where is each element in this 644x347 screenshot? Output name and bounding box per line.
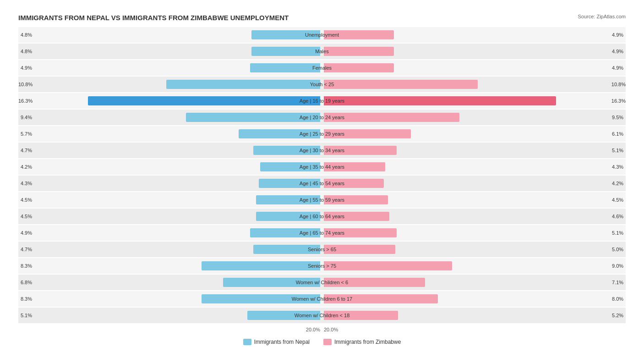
left-value: 8.3% (18, 296, 32, 302)
left-bar-wrapper (35, 244, 320, 254)
left-section: 4.9% (18, 225, 322, 241)
left-bar (253, 146, 320, 155)
left-bar (202, 261, 320, 270)
left-section: 10.8% (18, 77, 322, 92)
left-value: 10.8% (18, 82, 33, 87)
left-bar-wrapper (35, 228, 320, 238)
right-bar (324, 129, 411, 138)
right-value: 8.0% (612, 296, 626, 302)
right-bar-wrapper (324, 310, 609, 320)
right-section: 8.0% (322, 291, 626, 307)
right-section: 4.3% (322, 159, 626, 175)
left-bar-wrapper (35, 178, 320, 188)
left-section: 8.3% (18, 258, 322, 274)
left-section: 4.5% (18, 209, 322, 224)
right-value: 4.6% (612, 214, 626, 219)
chart-row: 4.2%Age | 35 to 44 years4.3% (18, 159, 626, 175)
legend-item-zimbabwe: Immigrants from Zimbabwe (323, 339, 401, 345)
right-bar-wrapper (324, 178, 609, 188)
left-value: 4.8% (18, 49, 32, 54)
chart-row: 10.8%Youth < 2510.8% (18, 77, 626, 92)
legend-label-zimbabwe: Immigrants from Zimbabwe (334, 339, 401, 345)
left-bar-wrapper (35, 30, 320, 40)
chart-row: 6.8%Women w/ Children < 67.1% (18, 275, 626, 290)
axis-left: 20.0% (18, 327, 322, 332)
right-bar (324, 179, 384, 188)
left-bar-wrapper (35, 112, 320, 122)
left-bar-wrapper (35, 145, 320, 155)
left-bar (166, 80, 320, 89)
right-bar-wrapper (324, 211, 609, 221)
left-value: 4.2% (18, 164, 32, 170)
left-value: 5.1% (18, 313, 32, 318)
left-bar-wrapper (35, 96, 320, 106)
left-section: 4.7% (18, 242, 322, 257)
left-section: 5.1% (18, 308, 322, 323)
right-bar (324, 245, 395, 254)
legend-item-nepal: Immigrants from Nepal (243, 339, 310, 345)
left-bar (256, 195, 320, 204)
axis-row: 20.0% 20.0% (18, 325, 626, 334)
right-section: 6.1% (322, 126, 626, 142)
right-section: 16.3% (322, 93, 626, 109)
right-value: 10.8% (611, 82, 626, 87)
right-bar (324, 80, 478, 89)
right-section: 5.1% (322, 143, 626, 158)
left-section: 4.3% (18, 176, 322, 191)
right-bar (324, 47, 394, 56)
chart-row: 4.5%Age | 55 to 59 years4.5% (18, 192, 626, 208)
left-bar (251, 47, 320, 56)
right-bar-wrapper (324, 129, 609, 139)
right-value: 4.2% (612, 181, 626, 186)
left-value: 4.7% (18, 247, 32, 252)
right-bar (324, 195, 388, 204)
left-bar-wrapper (35, 129, 320, 139)
axis-right: 20.0% (322, 327, 626, 332)
left-section: 4.8% (18, 44, 322, 59)
right-bar (324, 212, 389, 221)
right-section: 7.1% (322, 275, 626, 290)
left-bar (256, 212, 320, 221)
right-bar-wrapper (324, 30, 609, 40)
right-bar-wrapper (324, 228, 609, 238)
axis-right-label: 20.0% (324, 327, 338, 332)
left-bar-wrapper (35, 79, 320, 89)
left-section: 4.8% (18, 27, 322, 43)
left-bar (250, 63, 320, 72)
right-bar-wrapper (324, 112, 609, 122)
left-bar (260, 162, 320, 171)
right-value: 6.1% (612, 131, 626, 137)
right-value: 16.3% (611, 98, 626, 104)
left-bar (251, 30, 320, 39)
chart-row: 4.8%Males4.9% (18, 44, 626, 59)
legend-label-nepal: Immigrants from Nepal (254, 339, 310, 345)
right-bar-wrapper (324, 96, 609, 106)
right-value: 5.1% (612, 148, 626, 153)
chart-row: 4.3%Age | 45 to 54 years4.2% (18, 176, 626, 191)
right-bar (324, 113, 459, 122)
left-value: 5.7% (18, 131, 32, 137)
left-section: 16.3% (18, 93, 322, 109)
right-bar-wrapper (324, 46, 609, 56)
chart-container: IMMIGRANTS FROM NEPAL VS IMMIGRANTS FROM… (9, 9, 635, 347)
right-bar-wrapper (324, 162, 609, 172)
right-value: 9.5% (612, 115, 626, 120)
left-bar-wrapper (35, 195, 320, 205)
right-section: 10.8% (322, 77, 626, 92)
chart-row: 5.7%Age | 25 to 29 years6.1% (18, 126, 626, 142)
right-bar-wrapper (324, 79, 609, 89)
right-bar (324, 311, 398, 320)
left-bar-wrapper (35, 46, 320, 56)
left-value: 8.3% (18, 263, 32, 269)
right-section: 9.5% (322, 110, 626, 125)
chart-source: Source: ZipAtlas.com (578, 14, 626, 19)
right-value: 5.0% (612, 247, 626, 252)
left-bar (247, 311, 320, 320)
right-bar (324, 278, 425, 287)
left-bar (202, 294, 320, 303)
left-bar (250, 228, 320, 237)
legend-box-zimbabwe (323, 339, 332, 345)
left-section: 8.3% (18, 291, 322, 307)
chart-row: 4.7%Seniors > 655.0% (18, 242, 626, 257)
right-value: 5.2% (612, 313, 626, 318)
